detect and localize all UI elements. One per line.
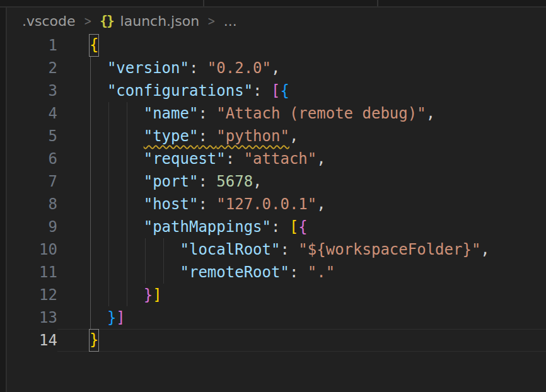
line-content[interactable]: "remoteRoot": ".": [57, 261, 546, 284]
line-number[interactable]: 6: [7, 147, 57, 170]
code-line: 14}: [7, 329, 546, 352]
indent-guide: [127, 147, 127, 170]
code-token: "name": [144, 105, 199, 122]
indent-guide: [108, 102, 109, 125]
indent-guide: [108, 147, 109, 170]
code-token: ".": [308, 263, 335, 281]
chevron-right-icon: >: [207, 13, 216, 28]
line-number[interactable]: 9: [7, 216, 57, 238]
code-token: "host": [144, 195, 199, 213]
code-token: "127.0.0.1": [216, 195, 317, 213]
line-content[interactable]: "name": "Attach (remote debug)",: [57, 102, 546, 125]
code-token: ,: [480, 241, 489, 258]
code-token: :: [226, 150, 244, 168]
line-number[interactable]: 2: [7, 57, 57, 79]
code-line: 4 "name": "Attach (remote debug)",: [7, 102, 546, 125]
line-content[interactable]: {: [57, 34, 546, 57]
line-content[interactable]: "pathMappings": [{: [57, 216, 546, 238]
code-token: "attach": [244, 150, 317, 168]
code-token: [: [271, 82, 280, 100]
indent-guide: [90, 306, 91, 329]
code-token: :: [198, 195, 216, 213]
json-brackets-icon: {}: [100, 13, 113, 28]
code-token: [: [289, 218, 298, 236]
line-content[interactable]: "host": "127.0.0.1",: [57, 193, 546, 216]
code-token: "version": [107, 59, 189, 77]
code-line: 10 "localRoot": "${workspaceFolder}",: [7, 238, 546, 261]
indent-guide: [90, 125, 91, 147]
code-token: ,: [317, 150, 325, 168]
code-token: {: [298, 218, 307, 236]
tab-separator: [203, 0, 204, 6]
code-token: [89, 82, 107, 100]
code-token: "${workspaceFolder}": [298, 241, 480, 258]
code-line: 5 "type": "python",: [7, 125, 546, 147]
code-token: :: [271, 218, 289, 236]
sidebar-edge-strip: [0, 0, 7, 392]
indent-guide: [108, 238, 109, 261]
breadcrumb: .vscode > {} launch.json > ...: [7, 8, 546, 34]
code-token: }: [144, 286, 153, 304]
line-number[interactable]: 3: [7, 79, 57, 102]
indent-guide: [90, 147, 91, 170]
line-number[interactable]: 8: [7, 193, 57, 216]
code-token: }: [107, 309, 116, 326]
code-token: :: [198, 173, 216, 190]
breadcrumb-folder[interactable]: .vscode: [22, 13, 76, 29]
line-content[interactable]: "version": "0.2.0",: [57, 57, 546, 79]
line-content[interactable]: "localRoot": "${workspaceFolder}",: [57, 238, 546, 261]
indent-guide: [127, 261, 127, 284]
line-content[interactable]: }]: [57, 306, 546, 329]
code-token: "python": [216, 127, 289, 145]
code-token: ]: [116, 309, 125, 326]
code-token: "type": [144, 127, 199, 145]
warning-squiggle: "type": "python": [144, 127, 289, 145]
code-token: [89, 286, 144, 304]
indent-guide: [127, 102, 127, 125]
code-line: 9 "pathMappings": [{: [7, 216, 546, 238]
code-token: :: [189, 59, 207, 77]
indent-guide: [108, 216, 109, 238]
code-token: :: [280, 241, 298, 258]
line-number[interactable]: 10: [7, 238, 57, 261]
line-number[interactable]: 14: [7, 329, 57, 352]
indent-guide: [145, 261, 146, 284]
line-content[interactable]: }: [57, 329, 546, 352]
indent-guide: [163, 261, 164, 284]
code-token: 5678: [216, 173, 253, 190]
line-content[interactable]: "port": 5678,: [57, 170, 546, 193]
code-line: 1{: [7, 34, 546, 57]
code-token: "configurations": [107, 82, 253, 100]
indent-guide: [127, 238, 127, 261]
line-number[interactable]: 13: [7, 306, 57, 329]
line-number[interactable]: 11: [7, 261, 57, 284]
indent-guide: [90, 102, 91, 125]
line-number[interactable]: 5: [7, 125, 57, 147]
line-content[interactable]: "request": "attach",: [57, 147, 546, 170]
code-token: :: [253, 82, 271, 100]
line-number[interactable]: 12: [7, 284, 57, 306]
code-line: 7 "port": 5678,: [7, 170, 546, 193]
code-token: "Attach (remote debug)": [216, 105, 426, 122]
code-token: ]: [153, 286, 161, 304]
code-line: 13 }]: [7, 306, 546, 329]
line-number[interactable]: 4: [7, 102, 57, 125]
code-token: [89, 105, 144, 122]
code-token: "pathMappings": [144, 218, 271, 236]
code-token: ,: [289, 127, 298, 145]
indent-guide: [163, 238, 164, 261]
breadcrumb-symbol[interactable]: ...: [224, 13, 237, 29]
line-content[interactable]: }]: [57, 284, 546, 306]
line-number[interactable]: 7: [7, 170, 57, 193]
line-content[interactable]: "type": "python",: [57, 125, 546, 147]
code-token: ,: [253, 173, 262, 190]
line-content[interactable]: "configurations": [{: [57, 79, 546, 102]
indent-guide: [127, 284, 127, 306]
line-number[interactable]: 1: [7, 34, 57, 57]
breadcrumb-file[interactable]: launch.json: [120, 13, 200, 29]
code-token: {: [280, 82, 289, 100]
code-token: :: [198, 105, 216, 122]
indent-guide: [127, 170, 127, 193]
indent-guide: [108, 284, 109, 306]
indent-guide: [90, 284, 91, 306]
